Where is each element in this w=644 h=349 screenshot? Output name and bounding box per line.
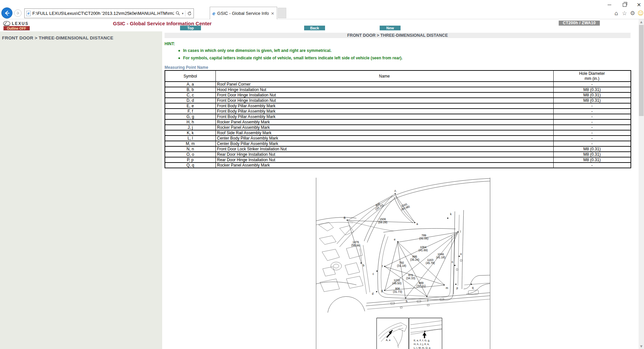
hole-cell: - xyxy=(553,82,631,87)
table-row: E, e Front Body Pillar Assembly Mark - xyxy=(165,103,631,109)
name-cell: Rocker Panel Assembly Mark xyxy=(215,163,553,168)
body-dimensions-diagram: A B a b c d e f g h j k l m n o p q 856(… xyxy=(316,178,490,349)
main-content: FRONT DOOR > THREE-DIMENSIONAL DISTANCE … xyxy=(162,31,639,349)
symbol-cell: C, c xyxy=(165,92,215,98)
scrollbar-thumb[interactable] xyxy=(639,25,644,116)
symbol-cell: P, p xyxy=(165,157,215,163)
restore-button[interactable] xyxy=(619,1,630,9)
ie-tab-icon: e xyxy=(212,11,215,16)
inset-left-label: A, a xyxy=(386,339,390,342)
browser-chrome: e F:\FULL LEXUS\Lexus\CT\CT200h '2013.12… xyxy=(0,0,644,19)
feedback-smiley-icon[interactable]: ☺ xyxy=(638,10,644,17)
sidebar-breadcrumb: FRONT DOOR > THREE-DIMENSIONAL DISTANCE xyxy=(2,35,113,40)
url-text[interactable]: F:\FULL LEXUS\Lexus\CT\CT200h '2013.12\r… xyxy=(32,11,174,16)
table-row: K, k Roof Side Rail Assembly Mark - xyxy=(165,130,631,136)
point-label: o xyxy=(460,252,462,256)
search-icon[interactable] xyxy=(176,11,180,16)
table-row: C, c Front Door Hinge Installation Nut M… xyxy=(165,92,631,98)
symbol-cell: B, b xyxy=(165,87,215,92)
symbol-cell: N, n xyxy=(165,146,215,152)
page-title: FRONT DOOR > THREE-DIMENSIONAL DISTANCE xyxy=(165,33,631,38)
scroll-up-icon[interactable]: ▲ xyxy=(639,19,644,25)
inset-right-label-line: H, h, J, j, K, k, xyxy=(414,343,430,346)
name-cell: Front Door Lock Striker Installation Nut xyxy=(215,146,553,152)
table-row: G, g Front Body Pillar Assembly Mark - xyxy=(165,114,631,119)
measurement-label: 1232(48.50) xyxy=(392,279,402,285)
name-header: Name xyxy=(215,70,553,82)
hole-cell: - xyxy=(553,109,631,114)
address-bar[interactable]: e F:\FULL LEXUS\Lexus\CT\CT200h '2013.12… xyxy=(24,8,194,18)
vehicle-badge: CT200h / ZWA10 xyxy=(559,21,600,26)
measurement-label: 789(31.06) xyxy=(419,234,429,240)
search-dropdown-caret-icon[interactable]: ▾ xyxy=(182,12,183,15)
tab-close-icon[interactable]: × xyxy=(271,11,274,16)
browser-forward-button[interactable] xyxy=(14,9,22,17)
hint-text: In cases in which only one dimension is … xyxy=(183,48,331,53)
back-button[interactable]: Back xyxy=(304,26,325,30)
inset-right-label-line: L, l, M, m, Q, q xyxy=(414,346,430,349)
outline-off-button[interactable]: Outline OFF xyxy=(3,26,30,30)
symbol-cell: H, h xyxy=(165,119,215,125)
new-tab-button[interactable] xyxy=(278,8,286,18)
table-row: D, d Front Door Hinge Installation Nut M… xyxy=(165,98,631,103)
point-label: l xyxy=(460,230,461,233)
inset-assembly-mark: E, e, F, f, G, g, H, h, J, j, K, k, L, l… xyxy=(410,321,442,349)
scroll-down-icon[interactable]: ▼ xyxy=(639,344,644,349)
table-row: O, o Rear Door Hinge Installation Nut M8… xyxy=(165,152,631,157)
top-button[interactable]: Top xyxy=(180,26,201,30)
hint-item: For symbols, capital letters indicate ri… xyxy=(178,56,403,60)
new-button[interactable]: New xyxy=(380,26,401,30)
settings-gear-icon[interactable]: ⚙ xyxy=(630,10,636,17)
hint-label: HINT: xyxy=(165,41,175,46)
symbol-cell: A, a xyxy=(165,82,215,87)
symbol-header: Symbol xyxy=(165,70,215,82)
measurement-label: 1163(45.79) xyxy=(426,258,435,265)
home-icon[interactable]: ⌂ xyxy=(613,10,619,17)
lexus-logo: LEXUS xyxy=(3,21,29,26)
restore-icon xyxy=(623,3,626,7)
name-cell: Rear Door Hinge Installation Nut xyxy=(215,152,553,157)
hint-item: In cases in which only one dimension is … xyxy=(178,48,331,53)
name-cell: Rocker Panel Assembly Mark xyxy=(215,125,553,130)
hint-text: For symbols, capital letters indicate ri… xyxy=(183,56,403,60)
browser-back-button[interactable] xyxy=(1,7,12,19)
measuring-point-name-link[interactable]: Measuring Point Name xyxy=(165,65,208,70)
table-row: N, n Front Door Lock Striker Installatio… xyxy=(165,146,631,152)
measurement-label: 806(31.73) xyxy=(393,287,402,293)
vertical-scrollbar[interactable]: ▲ ▼ xyxy=(639,19,644,349)
table-row: B, b Hood Hinge Installation Nut M8 (0.3… xyxy=(165,87,631,92)
point-label: q xyxy=(472,286,474,289)
name-cell: Roof Side Rail Assembly Mark xyxy=(215,130,553,136)
measurement-label: 872(34.33) xyxy=(406,273,415,280)
hole-diameter-header: Hole Diameter mm (in.) xyxy=(553,70,631,82)
symbol-cell: O, o xyxy=(165,152,215,157)
inset-right-label-line: E, e, F, f, G, g, xyxy=(414,339,430,342)
table-header-row: Symbol Name Hole Diameter mm (in.) xyxy=(165,70,631,82)
favorites-star-icon[interactable]: ☆ xyxy=(621,10,627,17)
name-cell: Center Body Pillar Assembly Mark xyxy=(215,136,553,141)
table-row: Q, q Rocker Panel Assembly Mark - xyxy=(165,163,631,168)
table-row: H, h Rocker Panel Assembly Mark - xyxy=(165,119,631,125)
hole-cell: M8 (0.31) xyxy=(553,87,631,92)
tab-title[interactable]: GSIC - Global Service Infor... xyxy=(217,11,269,16)
symbol-cell: D, d xyxy=(165,98,215,103)
symbol-cell: E, e xyxy=(165,103,215,109)
point-label: n xyxy=(451,260,453,264)
bullet-icon xyxy=(178,57,180,59)
minimize-button[interactable] xyxy=(604,1,614,9)
hole-cell: M8 (0.31) xyxy=(553,92,631,98)
table-row: F, f Front Body Pillar Assembly Mark - xyxy=(165,109,631,114)
point-label: k xyxy=(450,212,452,216)
close-button[interactable]: × xyxy=(634,1,644,9)
point-label: g xyxy=(381,289,383,292)
measurement-label: 1476(58.11) xyxy=(351,240,360,247)
measurement-label: 895(35.24) xyxy=(410,255,419,261)
name-cell: Front Door Hinge Installation Nut xyxy=(215,98,553,103)
hole-cell: - xyxy=(553,103,631,109)
name-cell: Center Body Pillar Assembly Mark xyxy=(215,141,553,146)
refresh-icon[interactable] xyxy=(187,11,192,16)
point-label: p xyxy=(457,286,458,290)
symbol-cell: L, l xyxy=(165,136,215,141)
browser-tab[interactable]: e GSIC - Global Service Infor... × xyxy=(210,7,277,19)
point-label: B xyxy=(344,216,346,220)
